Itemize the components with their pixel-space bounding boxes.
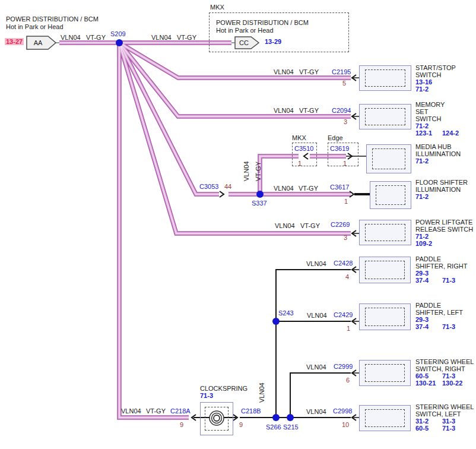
splice-s266-label: S266: [266, 423, 281, 431]
connector-c3617-label: C3617: [330, 184, 349, 191]
component-box-inner: [365, 69, 405, 87]
connector-c2998-label: C2998: [333, 407, 352, 415]
wire-circuit-label: VLN04: [307, 312, 327, 319]
component-box-inner: [376, 185, 405, 205]
source-title: POWER DISTRIBUTION / BCM: [6, 15, 99, 23]
component-label-paddle-shifter-right: PADDLE SHIFTER, RIGHT 29-3 37-471-3: [415, 255, 467, 284]
component-box-steering-wheel-switch-right: [359, 360, 411, 386]
pin-number: 6: [346, 377, 350, 384]
component-name-line: SWITCH: [415, 71, 456, 78]
component-name-line: RELEASE SWITCH: [415, 226, 473, 233]
connector-c2429-label: C2429: [334, 311, 353, 318]
component-name-line: PADDLE: [415, 302, 463, 309]
pin-number: 1: [344, 198, 348, 205]
connector-c2269-label: C2269: [331, 221, 350, 228]
component-name-line: POWER LIFTGATE: [415, 219, 473, 226]
page-ref: 29-3: [415, 316, 442, 323]
component-name-line: PADDLE: [415, 255, 467, 263]
component-name-line: STEERING WHEEL: [415, 403, 474, 410]
component-label-media-hub-illumination: MEDIA HUB ILLUMINATION 71-2: [415, 143, 461, 165]
pin-number: 5: [342, 80, 346, 87]
wire-color-label: VT-GY: [146, 407, 166, 415]
component-name-line: ILLUMINATION: [415, 186, 468, 193]
component-label-power-liftgate-release-switch: POWER LIFTGATE RELEASE SWITCH 71-2 109-2: [415, 219, 473, 247]
component-name-line: SHIFTER, LEFT: [415, 309, 463, 316]
page-ref: 60-5: [415, 425, 442, 432]
connector-cc-label: CC: [235, 39, 253, 46]
arrowheads-left: [192, 75, 356, 420]
mkx-connector-group-label: MKX: [292, 134, 306, 141]
wire-color-label: VT-GY: [299, 68, 319, 75]
mkx-title: POWER DISTRIBUTION / BCM: [216, 19, 309, 26]
edge-connector-group-label: Edge: [328, 134, 343, 141]
connector-c2999-label: C2999: [334, 363, 353, 370]
connector-c2428-label: C2428: [334, 260, 353, 267]
connector-c218b-label: C218B: [241, 407, 261, 415]
wire-circuit-label: VLN04: [274, 185, 294, 192]
component-name-line: SWITCH: [415, 115, 459, 122]
wire-vt-gy-outer: [59, 43, 351, 418]
pin-number: 1: [343, 160, 347, 167]
page-ref: 109-2: [415, 240, 442, 247]
pin-number: 9: [239, 421, 243, 428]
clockspring-box-inner: [205, 407, 229, 431]
component-label-steering-wheel-switch-right: STEERING WHEEL SWITCH, RIGHT 60-571-3 13…: [415, 358, 474, 387]
splice-s337-label: S337: [252, 200, 267, 207]
component-name-line: MEDIA HUB: [415, 143, 461, 150]
component-name-line: SET: [415, 108, 459, 115]
page-ref: 71-2: [415, 157, 442, 165]
page-ref: 31-3: [442, 418, 455, 425]
component-label-steering-wheel-switch-left: STEERING WHEEL SWITCH, LEFT 31-231-3 60-…: [415, 403, 474, 432]
page-ref: 71-3: [442, 277, 455, 284]
wire-circuit-label-vertical: VLN04: [243, 161, 250, 181]
pin-number: 10: [342, 421, 349, 428]
pin-number: 3: [344, 234, 347, 241]
component-box-power-liftgate-release-switch: [359, 220, 411, 245]
component-name-line: SHIFTER, RIGHT: [415, 263, 467, 270]
component-name-line: STEERING WHEEL: [415, 358, 474, 365]
connector-aa-label: AA: [27, 39, 49, 46]
wire-color-label: VT-GY: [300, 222, 320, 229]
pin-number: 9: [180, 421, 183, 428]
wire-color-label: VT-GY: [299, 107, 319, 114]
component-label-memory-set-switch: MEMORY SET SWITCH 71-2 123-1124-2: [415, 101, 459, 137]
page-ref: 13-16: [415, 78, 442, 86]
component-box-inner: [365, 261, 405, 279]
wire-circuit-label: VLN04: [151, 34, 172, 41]
connector-c3510-label: C3510: [294, 145, 313, 152]
wire-black-runs: [193, 270, 351, 418]
page-ref: 71-2: [415, 233, 442, 240]
page-ref: 71-2: [415, 193, 442, 200]
connector-c218a-label: C218A: [170, 407, 191, 415]
component-box-inner: [365, 224, 405, 241]
arrowheads-right: [220, 153, 354, 420]
mkx-page-ref: 13-29: [265, 38, 281, 45]
wire-color-label: VT-GY: [299, 185, 318, 192]
wiring-diagram: POWER DISTRIBUTION / BCM Hot in Park or …: [0, 0, 476, 449]
source-page-ref: 13-27: [5, 38, 24, 45]
component-box-inner: [372, 148, 405, 169]
component-box-paddle-shifter-right: [359, 257, 411, 283]
component-label-start-stop-switch: START/STOP SWITCH 13-16 71-2: [415, 64, 456, 93]
component-name-line: START/STOP: [415, 64, 456, 71]
component-name-line: FLOOR SHIFTER: [415, 179, 468, 186]
wire-circuit-label: VLN04: [306, 363, 326, 371]
pin-number: 44: [224, 183, 231, 190]
page-ref: 130-22: [442, 380, 462, 387]
wire-circuit-label: VLN04: [306, 408, 326, 415]
page-ref: 31-2: [415, 418, 442, 425]
component-box-floor-shifter-illumination: [370, 181, 411, 209]
component-box-start-stop-switch: [359, 65, 411, 91]
page-ref: 37-4: [415, 277, 442, 284]
component-box-steering-wheel-switch-left: [359, 405, 411, 431]
splice-s215-label: S215: [283, 423, 299, 431]
component-box-inner: [365, 364, 405, 382]
pin-number: 4: [345, 273, 349, 280]
page-ref: 124-2: [442, 129, 459, 137]
splice-s209-dot: [116, 39, 123, 46]
connector-c3053-label: C3053: [199, 183, 218, 190]
wire-circuit-label: VLN04: [275, 222, 295, 229]
component-label-paddle-shifter-left: PADDLE SHIFTER, LEFT 29-3 37-471-3: [415, 302, 463, 330]
component-name-line: SWITCH, RIGHT: [415, 365, 474, 372]
wire-circuit-label: VLN04: [306, 260, 326, 267]
